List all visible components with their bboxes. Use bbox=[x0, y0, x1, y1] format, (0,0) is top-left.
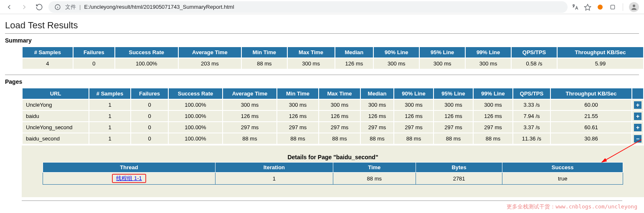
data-cell: 300 ms bbox=[473, 99, 513, 110]
data-cell: 11.36 /s bbox=[513, 133, 550, 144]
url-cell: baidu_second bbox=[22, 133, 89, 144]
data-cell: 297 ms bbox=[360, 122, 394, 133]
summary-cell: 300 ms bbox=[287, 58, 335, 69]
pages-heading: Pages bbox=[5, 78, 639, 85]
summary-cell: 0 bbox=[73, 58, 115, 69]
data-cell: 88 ms bbox=[473, 133, 513, 144]
svg-point-6 bbox=[633, 5, 635, 7]
data-cell: 1 bbox=[89, 99, 131, 110]
summary-cell: 300 ms bbox=[373, 58, 419, 69]
data-cell: 0 bbox=[131, 122, 168, 133]
data-cell: 300 ms bbox=[223, 99, 277, 110]
browser-toolbar: 文件 | E:/uncleyong/result/html/2019050717… bbox=[0, 0, 644, 14]
pages-header: URL bbox=[22, 88, 89, 99]
summary-header: 99% Line bbox=[465, 47, 511, 58]
summary-cell: 100.00% bbox=[115, 58, 178, 69]
toolbar-divider bbox=[623, 3, 623, 11]
data-cell: 88 ms bbox=[394, 133, 434, 144]
summary-header: Min Time bbox=[241, 47, 287, 58]
details-bytes: 2781 bbox=[416, 173, 502, 185]
summary-header: Average Time bbox=[178, 47, 242, 58]
summary-cell: 0.58 /s bbox=[511, 58, 557, 69]
reload-button[interactable] bbox=[33, 1, 45, 13]
summary-header: Median bbox=[335, 47, 374, 58]
data-cell: 21.55 bbox=[550, 110, 632, 122]
pages-header: Max Time bbox=[319, 88, 360, 99]
url-text: E:/uncleyong/result/html/201905071743_Su… bbox=[84, 4, 234, 10]
data-cell: 1 bbox=[89, 110, 131, 122]
data-cell: 88 ms bbox=[277, 133, 319, 144]
profile-avatar[interactable] bbox=[629, 2, 639, 12]
summary-header: Max Time bbox=[287, 47, 335, 58]
data-cell: 30.86 bbox=[550, 133, 632, 144]
forward-button[interactable] bbox=[18, 1, 30, 13]
details-header: Success bbox=[502, 163, 623, 173]
summary-table: # SamplesFailuresSuccess RateAverage Tim… bbox=[22, 46, 644, 70]
data-cell: 300 ms bbox=[277, 99, 319, 110]
data-cell: 0 bbox=[131, 110, 168, 122]
data-cell: 126 ms bbox=[319, 110, 360, 122]
pages-header: Failures bbox=[131, 88, 168, 99]
data-cell: 126 ms bbox=[277, 110, 319, 122]
data-cell: 100.00% bbox=[168, 133, 223, 144]
data-cell: 297 ms bbox=[394, 122, 434, 133]
translate-icon[interactable] bbox=[571, 3, 579, 11]
pages-header: 95% Line bbox=[434, 88, 473, 99]
pages-header: Success Rate bbox=[168, 88, 223, 99]
data-cell: 297 ms bbox=[434, 122, 473, 133]
data-cell: 60.61 bbox=[550, 122, 632, 133]
url-cell: UncleYong_second bbox=[22, 122, 89, 133]
annotation-highlight: 线程组 1-1 bbox=[112, 174, 146, 183]
summary-header: QPS/TPS bbox=[511, 47, 557, 58]
data-cell: 0 bbox=[131, 133, 168, 144]
pages-table: URL# SamplesFailuresSuccess RateAverage … bbox=[22, 88, 644, 145]
url-cell: baidu bbox=[22, 110, 89, 122]
back-button[interactable] bbox=[3, 1, 15, 13]
address-bar[interactable]: 文件 | E:/uncleyong/result/html/2019050717… bbox=[48, 1, 568, 13]
details-header: Time bbox=[333, 163, 416, 173]
separator bbox=[5, 33, 639, 34]
star-icon[interactable] bbox=[583, 3, 592, 11]
svg-point-4 bbox=[598, 5, 603, 10]
expand-icon[interactable]: + bbox=[634, 101, 641, 109]
expand-icon[interactable]: + bbox=[634, 113, 641, 120]
pages-header: Median bbox=[360, 88, 394, 99]
details-time: 88 ms bbox=[333, 173, 416, 185]
data-cell: 1 bbox=[89, 133, 131, 144]
summary-cell: 4 bbox=[22, 58, 73, 69]
pages-header: QPS/TPS bbox=[513, 88, 550, 99]
data-cell: 60.00 bbox=[550, 99, 632, 110]
summary-header: # Samples bbox=[22, 47, 73, 58]
data-cell: 297 ms bbox=[319, 122, 360, 133]
extension-icon-orange[interactable] bbox=[596, 3, 604, 11]
extension-icon-grey[interactable] bbox=[609, 3, 617, 11]
details-iteration: 1 bbox=[216, 173, 333, 185]
summary-header: Failures bbox=[73, 47, 115, 58]
data-cell: 3.33 /s bbox=[513, 99, 550, 110]
separator bbox=[22, 200, 622, 201]
url-prefix: 文件 bbox=[65, 3, 76, 11]
table-row: baidu_second10100.00%88 ms88 ms88 ms88 m… bbox=[22, 133, 644, 144]
expand-cell: + bbox=[632, 99, 644, 110]
data-cell: 126 ms bbox=[360, 110, 394, 122]
info-icon bbox=[53, 3, 62, 11]
thread-link[interactable]: 线程组 1-1 bbox=[116, 175, 142, 181]
expand-icon[interactable]: + bbox=[634, 124, 641, 131]
data-cell: 126 ms bbox=[223, 110, 277, 122]
details-title: Details for Page "baidu_second" bbox=[43, 154, 623, 160]
data-cell: 88 ms bbox=[319, 133, 360, 144]
details-header: Thread bbox=[43, 163, 216, 173]
expand-cell: + bbox=[632, 110, 644, 122]
table-row: UncleYong_second10100.00%297 ms297 ms297… bbox=[22, 122, 644, 133]
table-row: baidu10100.00%126 ms126 ms126 ms126 ms12… bbox=[22, 110, 644, 122]
summary-header: Success Rate bbox=[115, 47, 178, 58]
summary-cell: 126 ms bbox=[335, 58, 374, 69]
data-cell: 88 ms bbox=[223, 133, 277, 144]
svg-marker-3 bbox=[585, 4, 591, 10]
data-cell: 88 ms bbox=[434, 133, 473, 144]
data-cell: 7.94 /s bbox=[513, 110, 550, 122]
data-cell: 300 ms bbox=[434, 99, 473, 110]
pages-header bbox=[632, 88, 644, 99]
page-title: Load Test Results bbox=[5, 20, 639, 31]
collapse-icon[interactable]: − bbox=[634, 135, 641, 143]
